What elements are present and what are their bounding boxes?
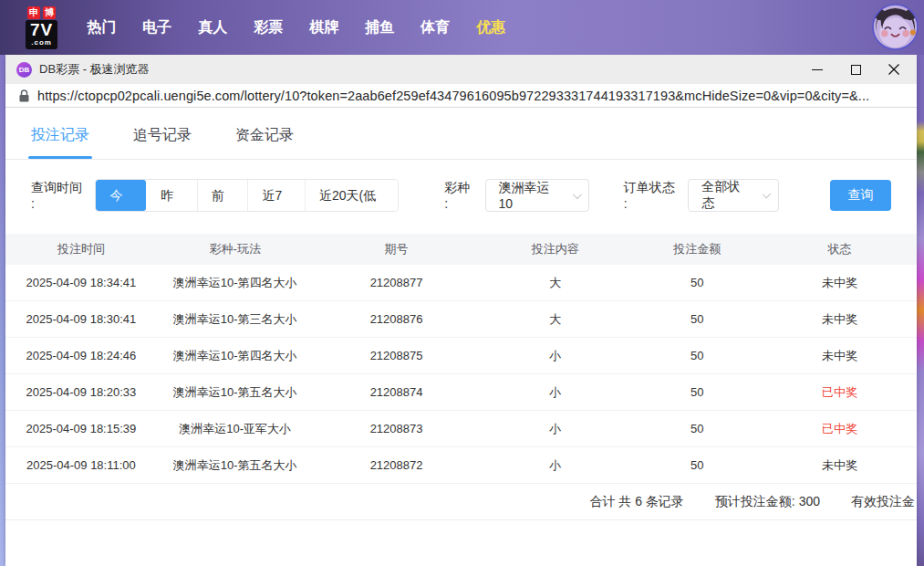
cell-bet-content: 小 [479,457,631,474]
table-row: 2025-04-09 18:20:33 澳洲幸运10-第五名大小 2120887… [5,374,917,411]
cell-game-play: 澳洲幸运10-第三名大小 [157,311,314,328]
browser-window: DB DB彩票 - 极速浏览器 https://ctopcp02pcali.ue… [5,55,917,566]
logo-sub-text: .com [30,39,53,47]
summary-total-records: 合计 共 6 条记录 [589,494,683,510]
nav-item-live[interactable]: 真人 [198,18,227,37]
avatar-image [872,4,919,50]
table-row: 2025-04-09 18:11:00 澳洲幸运10-第五名大小 2120887… [5,447,917,484]
order-status-select[interactable]: 全部状态 [688,179,779,212]
cell-status: 已中奖 [763,421,917,437]
column-header-issue: 期号 [314,241,480,257]
cell-game-play: 澳洲幸运10-第五名大小 [157,457,314,474]
cell-bet-content: 小 [479,421,631,437]
cell-bet-amount: 50 [631,312,763,326]
cell-issue: 21208876 [314,312,480,326]
filter-day-before[interactable]: 前天 [197,180,248,211]
nav-item-lottery[interactable]: 彩票 [254,18,283,37]
cell-bet-amount: 50 [631,349,763,362]
site-header: 申 博 7V .com 热门 电子 真人 彩票 棋牌 捕鱼 体育 优惠 [0,0,924,55]
nav-item-sports[interactable]: 体育 [420,18,450,37]
lottery-select-value: 澳洲幸运10 [499,180,559,211]
logo-main-text: 7V [30,21,53,38]
records-tabs: 投注记录 追号记录 资金记录 [5,108,917,160]
maximize-icon [851,65,861,75]
column-header-bet-time: 投注时间 [5,241,157,257]
column-header-bet-amount: 投注金额 [631,241,763,257]
cell-status: 未中奖 [763,311,917,328]
nav-item-fishing[interactable]: 捕鱼 [365,18,394,37]
cell-status: 未中奖 [763,275,917,291]
address-bar[interactable]: https://ctopcp02pcali.uengi5e.com/lotter… [5,84,917,108]
cell-issue: 21208872 [314,458,480,472]
cell-game-play: 澳洲幸运10-第四名大小 [157,348,314,364]
logo-badge-shen: 申 [27,6,40,19]
logo-badge-bo: 博 [43,6,56,19]
cell-issue: 21208874 [314,385,480,399]
cell-bet-content: 小 [479,348,631,364]
cell-status: 未中奖 [763,348,917,364]
summary-expected-amount: 预计投注金额: 300 [715,494,820,510]
site-logo[interactable]: 申 博 7V .com [26,6,57,49]
chevron-down-icon [763,190,772,199]
lottery-records-page: 投注记录 追号记录 资金记录 查询时间 : 今天 昨天 前天 近7天 近20天(… [5,108,917,565]
nav-item-chess[interactable]: 棋牌 [309,18,338,37]
tab-chase-records[interactable]: 追号记录 [133,126,192,159]
table-header-row: 投注时间 彩种-玩法 期号 投注内容 投注金额 状态 [5,234,917,265]
lottery-select-label: 彩种 : [444,180,474,211]
filter-last-20-days[interactable]: 近20天(低频) [305,180,398,211]
filter-yesterday[interactable]: 昨天 [146,180,197,211]
cell-bet-time: 2025-04-09 18:24:46 [5,349,157,362]
query-button[interactable]: 查询 [830,180,891,211]
cell-status: 已中奖 [763,384,917,401]
chevron-down-icon [573,190,582,199]
tab-fund-records[interactable]: 资金记录 [235,126,294,159]
url-text: https://ctopcp02pcali.uengi5e.com/lotter… [37,89,869,103]
cell-game-play: 澳洲幸运10-第五名大小 [157,384,314,401]
close-icon [888,64,899,75]
column-header-bet-content: 投注内容 [479,241,631,257]
cell-issue: 21208877 [314,276,480,289]
logo-badges: 申 博 [27,6,56,19]
window-title: DB彩票 - 极速浏览器 [39,61,150,78]
cell-bet-amount: 50 [631,385,763,399]
filter-last-7-days[interactable]: 近7天 [247,180,305,211]
order-status-value: 全部状态 [701,179,748,212]
table-summary-row: 合计 共 6 条记录 预计投注金额: 300 有效投注金 [5,484,917,520]
records-table: 投注时间 彩种-玩法 期号 投注内容 投注金额 状态 2025-04-09 18… [5,234,917,520]
cell-issue: 21208873 [314,422,480,435]
cell-bet-amount: 50 [631,422,763,435]
close-button[interactable] [875,55,913,84]
cell-bet-amount: 50 [631,276,763,289]
lock-icon [19,89,29,102]
column-header-game-play: 彩种-玩法 [157,241,314,257]
window-titlebar: DB DB彩票 - 极速浏览器 [5,55,917,84]
nav-item-promo[interactable]: 优惠 [476,18,505,37]
maximize-button[interactable] [836,55,875,84]
cell-bet-time: 2025-04-09 18:30:41 [5,312,157,326]
order-status-label: 订单状态 : [624,180,678,211]
page-edge-right [917,55,924,566]
lottery-select[interactable]: 澳洲幸运10 [485,179,589,212]
cell-bet-content: 大 [479,275,631,291]
tab-bet-records[interactable]: 投注记录 [31,126,89,159]
cell-bet-time: 2025-04-09 18:20:33 [5,385,157,399]
cell-bet-content: 小 [479,384,631,401]
filter-today[interactable]: 今天 [96,180,146,211]
time-filter-label: 查询时间 : [31,180,85,211]
time-filter-group: 今天 昨天 前天 近7天 近20天(低频) [95,179,399,212]
window-controls [798,55,913,84]
cell-bet-amount: 50 [631,458,763,472]
minimize-button[interactable] [798,55,836,84]
cell-status: 未中奖 [763,457,917,474]
browser-favicon-icon: DB [16,62,32,78]
table-row: 2025-04-09 18:24:46 澳洲幸运10-第四名大小 2120887… [5,338,917,374]
cell-bet-time: 2025-04-09 18:34:41 [5,276,157,289]
cell-issue: 21208875 [314,349,480,362]
nav-item-hot[interactable]: 热门 [87,18,116,37]
user-avatar[interactable] [872,4,919,50]
nav-item-slots[interactable]: 电子 [142,18,171,37]
table-row: 2025-04-09 18:30:41 澳洲幸运10-第三名大小 2120887… [5,301,917,338]
main-navigation: 热门 电子 真人 彩票 棋牌 捕鱼 体育 优惠 [87,18,505,37]
cell-bet-time: 2025-04-09 18:11:00 [5,458,157,472]
summary-valid-amount: 有效投注金 [851,494,915,510]
